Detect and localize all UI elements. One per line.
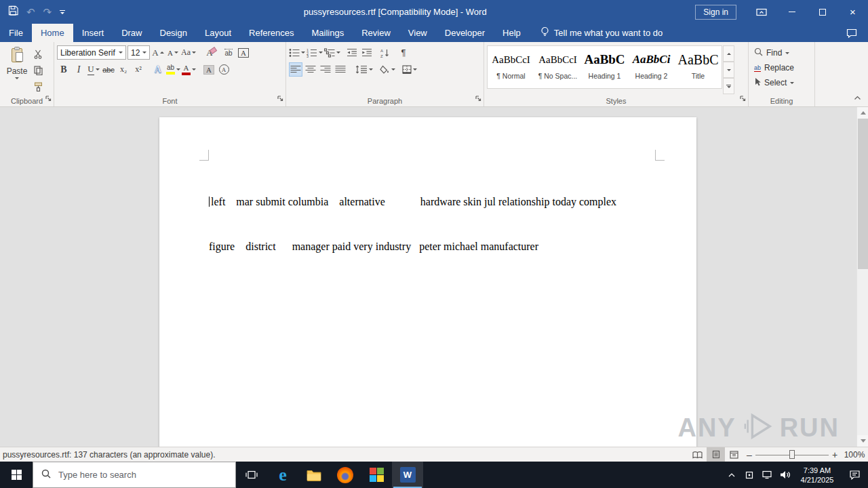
bold-button[interactable]: B xyxy=(57,62,71,77)
customize-qat-icon[interactable] xyxy=(60,10,65,14)
clear-formatting-button[interactable]: A xyxy=(203,45,216,60)
borders-button[interactable] xyxy=(402,62,417,77)
paragraph-dialog-launcher-icon[interactable] xyxy=(475,92,481,104)
print-layout-button[interactable] xyxy=(707,447,725,462)
copy-icon[interactable] xyxy=(31,63,45,77)
change-case-button[interactable]: Aa xyxy=(181,45,196,60)
italic-button[interactable]: I xyxy=(72,62,85,77)
zoom-slider-thumb[interactable] xyxy=(789,450,795,459)
collapse-ribbon-icon[interactable] xyxy=(854,91,861,103)
taskbar-edge-icon[interactable]: e xyxy=(267,462,298,488)
taskbar-app-icon[interactable] xyxy=(361,462,392,488)
strikethrough-button[interactable]: abc xyxy=(102,62,115,77)
ribbon-display-options-icon[interactable] xyxy=(746,0,776,24)
zoom-in-button[interactable]: + xyxy=(829,449,841,460)
style-heading1[interactable]: AaBbC Heading 1 xyxy=(581,46,628,88)
tab-review[interactable]: Review xyxy=(353,24,399,42)
styles-scroll-down-icon[interactable] xyxy=(723,62,734,78)
network-icon[interactable] xyxy=(758,462,776,488)
styles-dialog-launcher-icon[interactable] xyxy=(740,92,746,104)
tab-mailings[interactable]: Mailings xyxy=(303,24,353,42)
tab-help[interactable]: Help xyxy=(494,24,530,42)
styles-more-icon[interactable] xyxy=(723,78,734,94)
tab-developer[interactable]: Developer xyxy=(436,24,494,42)
tab-insert[interactable]: Insert xyxy=(73,24,113,42)
shading-button[interactable] xyxy=(380,62,395,77)
redo-icon[interactable]: ↷ xyxy=(43,7,52,17)
find-button[interactable]: Find xyxy=(751,45,812,60)
phonetic-guide-button[interactable]: ab xyxy=(222,45,235,60)
shrink-font-button[interactable]: A xyxy=(166,45,180,60)
numbered-list-button[interactable]: 123 xyxy=(307,45,323,60)
clipboard-dialog-launcher-icon[interactable] xyxy=(45,92,52,104)
read-mode-button[interactable] xyxy=(688,447,707,462)
style-heading2[interactable]: AaBbCi Heading 2 xyxy=(628,46,675,88)
search-input[interactable] xyxy=(57,469,220,481)
increase-indent-button[interactable] xyxy=(360,45,374,60)
decrease-indent-button[interactable] xyxy=(345,45,359,60)
sort-button[interactable]: AZ xyxy=(378,45,392,60)
zoom-out-button[interactable]: – xyxy=(743,449,755,460)
subscript-button[interactable]: x₂ xyxy=(117,62,130,77)
font-family-combobox[interactable]: Liberation Serif xyxy=(57,45,126,60)
paste-button[interactable]: Paste xyxy=(3,45,31,94)
document-page[interactable]: left mar submit columbia alternative har… xyxy=(159,117,696,447)
undo-icon[interactable]: ↶ xyxy=(26,7,35,17)
scrollbar-thumb[interactable] xyxy=(858,119,868,269)
vertical-scrollbar[interactable] xyxy=(856,107,868,447)
minimize-button[interactable] xyxy=(776,0,807,24)
tab-draw[interactable]: Draw xyxy=(113,24,151,42)
tray-app-icon[interactable] xyxy=(741,462,758,488)
tab-file[interactable]: File xyxy=(0,24,32,42)
volume-icon[interactable] xyxy=(776,462,793,488)
action-center-icon[interactable] xyxy=(841,462,868,488)
start-button[interactable] xyxy=(0,462,33,488)
character-border-button[interactable]: A xyxy=(237,45,250,60)
style-normal[interactable]: AaBbCcI ¶ Normal xyxy=(488,46,534,88)
superscript-button[interactable]: x² xyxy=(132,62,145,77)
zoom-slider[interactable] xyxy=(755,447,829,462)
text-highlight-button[interactable]: ab xyxy=(166,62,180,77)
save-icon[interactable] xyxy=(8,5,18,18)
taskbar-word-icon[interactable]: W xyxy=(392,462,423,488)
character-shading-button[interactable]: A xyxy=(202,62,216,77)
style-title[interactable]: AaBbC Title xyxy=(675,46,722,88)
taskbar-firefox-icon[interactable] xyxy=(330,462,361,488)
style-no-spacing[interactable]: AaBbCcI ¶ No Spac... xyxy=(534,46,581,88)
enclose-characters-button[interactable]: A xyxy=(217,62,231,77)
justify-button[interactable] xyxy=(334,62,347,77)
underline-button[interactable]: U xyxy=(87,62,100,77)
tab-view[interactable]: View xyxy=(399,24,436,42)
paste-dropdown-icon[interactable] xyxy=(15,77,19,79)
grow-font-button[interactable]: A xyxy=(151,45,165,60)
maximize-button[interactable] xyxy=(807,0,837,24)
replace-button[interactable]: ab Replace xyxy=(751,60,812,75)
document-stats[interactable]: pussyresources.rtf: 137 characters (an a… xyxy=(0,450,215,460)
hidden-icons-chevron-icon[interactable] xyxy=(723,462,741,488)
align-left-button[interactable] xyxy=(289,62,302,77)
taskbar-search[interactable] xyxy=(33,462,236,488)
tab-layout[interactable]: Layout xyxy=(196,24,240,42)
tab-design[interactable]: Design xyxy=(151,24,196,42)
align-right-button[interactable] xyxy=(319,62,332,77)
text-line-2[interactable]: figure district manager paid very indust… xyxy=(209,239,659,254)
bullet-list-button[interactable] xyxy=(289,45,305,60)
align-center-button[interactable] xyxy=(304,62,317,77)
taskbar-clock[interactable]: 7:39 AM 4/21/2025 xyxy=(793,462,841,488)
text-effects-button[interactable]: A xyxy=(151,62,165,77)
line-spacing-button[interactable] xyxy=(355,62,373,77)
tab-references[interactable]: References xyxy=(240,24,302,42)
font-color-button[interactable]: A xyxy=(182,62,196,77)
styles-scroll-up-icon[interactable] xyxy=(723,45,734,62)
feedback-icon[interactable] xyxy=(846,24,868,42)
tell-me-box[interactable]: Tell me what you want to do xyxy=(540,24,663,42)
zoom-level[interactable]: 100% xyxy=(841,450,868,460)
taskbar-file-explorer-icon[interactable] xyxy=(298,462,330,488)
tab-home[interactable]: Home xyxy=(32,24,73,42)
scroll-down-icon[interactable] xyxy=(857,435,868,447)
document-text[interactable]: left mar submit columbia alternative har… xyxy=(209,165,659,284)
text-line-1[interactable]: left mar submit columbia alternative har… xyxy=(209,195,659,209)
font-size-combobox[interactable]: 12 xyxy=(127,45,150,60)
web-layout-button[interactable] xyxy=(725,447,743,462)
task-view-button[interactable] xyxy=(236,462,267,488)
